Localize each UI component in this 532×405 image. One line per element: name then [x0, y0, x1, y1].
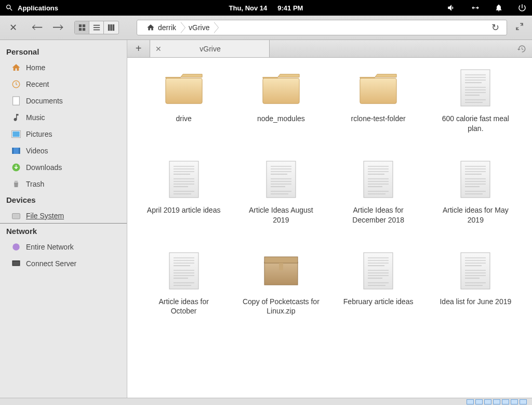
- svg-rect-13: [12, 132, 20, 137]
- folder-icon: [357, 68, 399, 108]
- sidebar-item-trash[interactable]: Trash: [0, 176, 127, 192]
- document-icon: [357, 160, 399, 199]
- document-icon: [11, 96, 21, 106]
- trash-icon: [11, 179, 21, 189]
- file-item[interactable]: February article ideas: [332, 251, 424, 317]
- folder-icon: [260, 68, 302, 108]
- notifications-icon[interactable]: [495, 4, 503, 12]
- videos-icon: [11, 146, 21, 155]
- svg-rect-0: [78, 24, 81, 27]
- server-icon: [11, 259, 21, 268]
- applications-menu[interactable]: Applications: [5, 4, 58, 12]
- list-view-button[interactable]: [89, 21, 104, 34]
- taskbar-app[interactable]: [520, 399, 527, 404]
- clock-area[interactable]: Thu, Nov 14 9:41 PM: [229, 4, 303, 12]
- icon-view-button[interactable]: [75, 21, 89, 34]
- svg-rect-18: [12, 214, 20, 219]
- date-label: Thu, Nov 14: [229, 4, 268, 12]
- svg-rect-15: [12, 148, 14, 154]
- power-icon[interactable]: [517, 3, 527, 12]
- file-item[interactable]: drive: [138, 68, 230, 134]
- svg-rect-8: [110, 24, 112, 31]
- folder-icon: [163, 68, 205, 108]
- breadcrumb-current[interactable]: vGrive: [181, 20, 215, 35]
- svg-rect-3: [82, 28, 85, 31]
- sidebar-item-pictures[interactable]: Pictures: [0, 126, 127, 142]
- file-item[interactable]: Article ideas for October: [138, 251, 230, 317]
- file-item[interactable]: Idea list for June 2019: [430, 251, 522, 317]
- taskbar-app[interactable]: [467, 399, 474, 404]
- svg-point-19: [12, 243, 20, 251]
- sidebar-item-connect-server[interactable]: Connect Server: [0, 255, 127, 272]
- file-item[interactable]: rclone-test-folder: [332, 68, 424, 134]
- svg-rect-93: [279, 263, 283, 270]
- file-item[interactable]: 600 calorie fast meal plan.: [430, 68, 522, 134]
- volume-icon[interactable]: [447, 3, 456, 12]
- taskbar-app[interactable]: [484, 399, 491, 404]
- file-label: Article ideas for May 2019: [436, 205, 514, 225]
- file-label: Article Ideas for December 2018: [339, 205, 417, 225]
- file-label: rclone-test-folder: [351, 114, 406, 124]
- svg-rect-2: [78, 28, 81, 31]
- svg-rect-7: [108, 24, 110, 31]
- close-tab-button[interactable]: ✕: [155, 45, 162, 53]
- time-label: 9:41 PM: [277, 4, 303, 12]
- svg-rect-92: [264, 257, 298, 263]
- close-window-button[interactable]: ✕: [5, 22, 21, 33]
- document-icon: [163, 160, 205, 199]
- sidebar-item-home[interactable]: Home: [0, 59, 127, 76]
- network-icon[interactable]: [471, 3, 480, 12]
- new-tab-button[interactable]: +: [127, 40, 150, 57]
- places-sidebar: Personal Home Recent Documents Music Pic…: [0, 40, 127, 398]
- file-item[interactable]: April 2019 article ideas: [138, 160, 230, 225]
- file-label: Idea list for June 2019: [440, 297, 511, 307]
- sidebar-section-network: Network: [0, 224, 127, 239]
- sidebar-item-recent[interactable]: Recent: [0, 76, 127, 93]
- pictures-icon: [11, 129, 21, 139]
- document-icon: [455, 251, 496, 291]
- sidebar-section-personal: Personal: [0, 44, 127, 59]
- tab-bar: + ✕ vGrive: [127, 40, 532, 58]
- taskbar-app[interactable]: [475, 399, 483, 404]
- home-icon: [147, 23, 155, 32]
- file-label: Article Ideas August 2019: [242, 205, 320, 225]
- file-label: Article ideas for October: [145, 297, 223, 317]
- sidebar-item-downloads[interactable]: Downloads: [0, 159, 127, 176]
- file-manager-toolbar: ✕ 🡐 🡒 derrik vGrive ↻: [0, 16, 532, 40]
- svg-rect-21: [13, 262, 19, 266]
- compact-mode-button[interactable]: [512, 19, 527, 36]
- forward-button[interactable]: 🡒: [52, 21, 64, 34]
- tab-vgrive[interactable]: ✕ vGrive: [150, 40, 270, 57]
- svg-rect-1: [82, 24, 85, 27]
- svg-rect-5: [93, 27, 99, 28]
- taskbar-app[interactable]: [502, 399, 509, 404]
- sidebar-item-videos[interactable]: Videos: [0, 142, 127, 159]
- reload-button[interactable]: ↻: [488, 22, 502, 33]
- back-button[interactable]: 🡐: [32, 21, 43, 34]
- svg-rect-22: [166, 78, 202, 103]
- music-icon: [11, 113, 21, 122]
- svg-rect-9: [113, 24, 115, 31]
- file-item[interactable]: node_modules: [235, 68, 327, 134]
- history-button[interactable]: [511, 40, 532, 57]
- file-item[interactable]: Article ideas for May 2019: [430, 160, 522, 225]
- sidebar-item-entire-network[interactable]: Entire Network: [0, 239, 127, 255]
- breadcrumb-home[interactable]: derrik: [139, 20, 181, 35]
- file-label: 600 calorie fast meal plan.: [436, 114, 514, 134]
- file-item[interactable]: Copy of Pocketcasts for Linux.zip: [235, 251, 327, 317]
- svg-rect-6: [93, 30, 99, 31]
- svg-rect-16: [19, 148, 20, 154]
- taskbar-app[interactable]: [511, 399, 518, 404]
- file-item[interactable]: Article Ideas August 2019: [235, 160, 327, 225]
- sidebar-item-music[interactable]: Music: [0, 109, 127, 126]
- file-grid[interactable]: drivenode_modulesrclone-test-folder600 c…: [127, 58, 532, 398]
- svg-rect-4: [93, 25, 99, 26]
- file-label: Copy of Pocketcasts for Linux.zip: [242, 297, 320, 317]
- download-icon: [11, 163, 21, 172]
- taskbar-app[interactable]: [493, 399, 500, 404]
- document-icon: [455, 160, 496, 199]
- sidebar-item-filesystem[interactable]: File System: [0, 207, 127, 224]
- sidebar-item-documents[interactable]: Documents: [0, 93, 127, 109]
- column-view-button[interactable]: [104, 21, 118, 34]
- file-item[interactable]: Article Ideas for December 2018: [332, 160, 424, 225]
